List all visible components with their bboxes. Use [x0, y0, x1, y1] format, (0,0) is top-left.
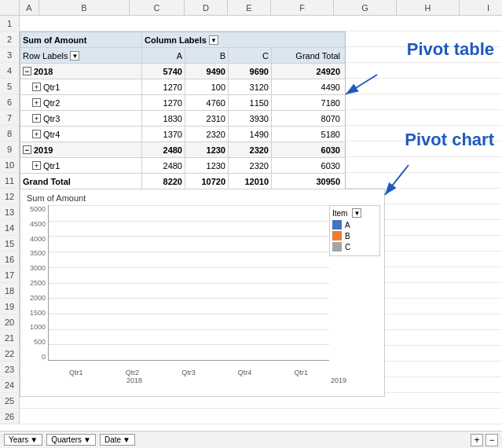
legend-swatch-a	[332, 220, 342, 230]
pt-data-row: + Qtr2 1270 4760 1150 7180	[20, 95, 345, 111]
pt-data-row: + Qtr1 1270 100 3120 4490	[20, 79, 345, 95]
col-header-h: H	[397, 0, 460, 15]
collapse-icon[interactable]: −	[23, 67, 31, 75]
pt-row-label: − 2019	[20, 142, 142, 157]
pt-col-a-header: A	[142, 48, 185, 63]
x-labels: Qtr1 Qtr2 Qtr3 Qtr4 Qtr1	[48, 369, 329, 376]
legend-title: Item ▼	[332, 208, 377, 218]
year-label-2019: 2019	[331, 376, 346, 384]
expand-icon[interactable]: +	[32, 83, 41, 91]
y-axis: 5000 4500 4000 3500 3000 2500 2000 1500 …	[20, 205, 48, 361]
pt-sum-label: Sum of Amount	[20, 32, 142, 47]
pt-cell-total: 6030	[272, 142, 343, 157]
years-dropdown-icon: ▼	[30, 435, 38, 444]
x-label-qtr2-2018: Qtr2	[104, 369, 161, 376]
quarters-filter-button[interactable]: Quarters ▼	[46, 434, 96, 446]
col-header-d: D	[185, 0, 228, 15]
grid-row: 1	[0, 16, 502, 31]
pt-cell-a: 8220	[142, 174, 185, 189]
pt-cell-a: 1270	[142, 79, 185, 94]
col-header-e: E	[228, 0, 271, 15]
pt-row-labels: Row Labels ▼	[20, 48, 142, 63]
x-label-qtr4-2018: Qtr4	[217, 369, 273, 376]
annotation-pivot-table: Pivot table	[407, 39, 494, 60]
pt-cell-c: 2320	[229, 158, 272, 173]
pt-grand-label: Grand Total	[20, 174, 142, 189]
expand-icon[interactable]: +	[32, 130, 41, 138]
pt-cell-c: 12010	[229, 174, 272, 189]
col-header-c: C	[130, 0, 185, 15]
pt-cell-c: 1150	[229, 95, 272, 110]
pt-cell-a: 1370	[142, 127, 185, 141]
col-header-f: F	[271, 0, 334, 15]
x-label-qtr3-2018: Qtr3	[160, 369, 217, 376]
legend-dropdown[interactable]: ▼	[352, 208, 361, 218]
col-header-i: I	[460, 0, 502, 15]
pt-cell-b: 100	[185, 79, 229, 94]
col-header-g: G	[334, 0, 397, 15]
expand-icon[interactable]: +	[32, 98, 41, 107]
pivot-table: Sum of Amount Column Labels ▼ Row Labels…	[20, 31, 346, 190]
years-filter-button[interactable]: Years ▼	[4, 434, 42, 446]
pt-cell-b: 1230	[185, 142, 229, 157]
col-labels-dropdown[interactable]: ▼	[209, 35, 218, 45]
legend-item-b: B	[332, 231, 377, 241]
pt-cell-total: 30950	[272, 174, 343, 189]
zoom-minus-button[interactable]: −	[486, 434, 498, 446]
pt-cell-c: 3930	[229, 111, 272, 126]
pt-data-row: + Qtr4 1370 2320 1490 5180	[20, 127, 345, 142]
chart-container: Sum of Amount 5000 4500 4000 3500 3000 2…	[20, 189, 385, 397]
date-filter-button[interactable]: Date ▼	[100, 434, 135, 446]
legend-swatch-b	[332, 231, 342, 241]
pt-cell-c: 1490	[229, 127, 272, 141]
expand-icon[interactable]: +	[32, 161, 41, 170]
pt-cell-total: 8070	[272, 111, 343, 126]
date-dropdown-icon: ▼	[123, 435, 130, 444]
expand-icon[interactable]: +	[32, 114, 41, 123]
pt-col-c-header: C	[229, 48, 272, 63]
zoom-controls: + −	[471, 434, 498, 446]
row-labels-dropdown[interactable]: ▼	[70, 51, 79, 61]
pt-cell-a: 1830	[142, 111, 185, 126]
pt-row-label: + Qtr2	[20, 95, 142, 110]
pt-cell-total: 4490	[272, 79, 343, 94]
legend-item-a: A	[332, 220, 377, 230]
pt-cell-total: 6030	[272, 158, 343, 173]
pt-cell-c: 9690	[229, 64, 272, 79]
grid-row: 26	[0, 409, 502, 424]
col-header-b: B	[39, 0, 130, 15]
spreadsheet: A B C D E F G H I 1 2 3 4 5 6 7 8 9 10 1…	[0, 0, 502, 448]
pt-data-row: + Qtr3 1830 2310 3930 8070	[20, 111, 345, 127]
collapse-icon[interactable]: −	[23, 145, 31, 154]
chart-legend: Item ▼ A B C	[329, 205, 380, 256]
pt-cell-a: 2480	[142, 158, 185, 173]
pt-col-labels: Column Labels ▼	[142, 32, 345, 47]
legend-swatch-c	[332, 242, 342, 252]
pt-cell-total: 24920	[272, 64, 343, 79]
pt-cell-b: 9490	[185, 64, 229, 79]
col-header-a: A	[20, 0, 39, 15]
x-label-qtr1-2018: Qtr1	[48, 369, 104, 376]
annotation-pivot-chart: Pivot chart	[405, 130, 494, 150]
pt-row-label: + Qtr3	[20, 111, 142, 126]
pt-cell-a: 1270	[142, 95, 185, 110]
pt-row-label: + Qtr1	[20, 158, 142, 173]
pt-header-row1: Sum of Amount Column Labels ▼	[20, 32, 345, 48]
year-label-2018: 2018	[126, 376, 142, 384]
pt-grand-header: Grand Total	[272, 48, 343, 63]
pt-cell-b: 1230	[185, 158, 229, 173]
pt-grand-total-row: Grand Total 8220 10720 12010 30950	[20, 174, 345, 189]
quarters-dropdown-icon: ▼	[83, 435, 91, 444]
pt-row-label: + Qtr1	[20, 79, 142, 94]
column-headers: A B C D E F G H I	[0, 0, 502, 16]
pt-cell-b: 2320	[185, 127, 229, 141]
pt-cell-b: 2310	[185, 111, 229, 126]
zoom-plus-button[interactable]: +	[471, 434, 483, 446]
pt-header-row2: Row Labels ▼ A B C Grand Total	[20, 48, 345, 64]
pt-cell-b: 4760	[185, 95, 229, 110]
pt-data-row: − 2018 5740 9490 9690 24920	[20, 64, 345, 79]
bar-groups	[49, 205, 329, 360]
pt-row-label: + Qtr4	[20, 127, 142, 141]
pt-row-label: − 2018	[20, 64, 142, 79]
legend-item-c: C	[332, 242, 377, 252]
